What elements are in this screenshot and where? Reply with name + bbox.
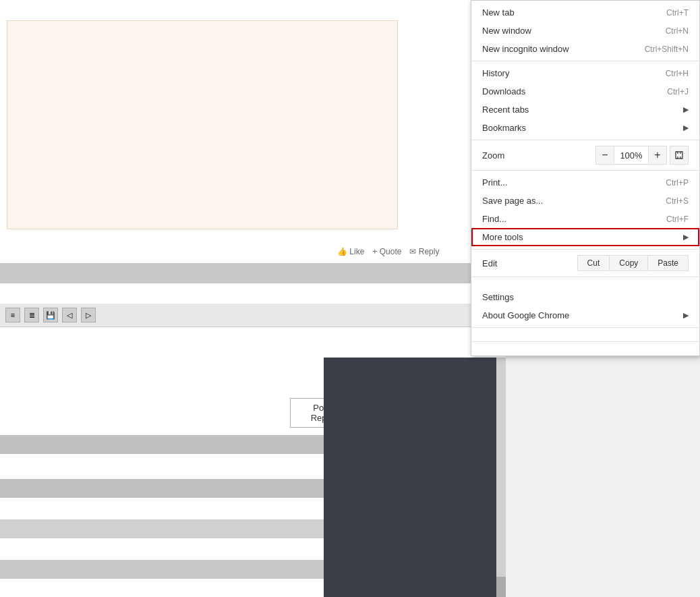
menu-item-save-page[interactable]: Save page as... Ctrl+S — [471, 192, 699, 210]
scrollbar[interactable] — [496, 358, 506, 597]
divider-1 — [471, 61, 699, 61]
menu-item-new-incognito[interactable]: New incognito window Ctrl+Shift+N — [471, 40, 699, 58]
separator-bar — [0, 263, 506, 283]
paste-button[interactable]: Paste — [648, 255, 689, 271]
menu-item-exit[interactable] — [471, 345, 699, 353]
menu-item-new-tab[interactable]: New tab Ctrl+T — [471, 3, 699, 22]
divider-2 — [471, 140, 699, 140]
undo-button[interactable]: ◁ — [62, 308, 77, 322]
menu-item-settings[interactable] — [471, 280, 699, 288]
divider-3 — [471, 170, 699, 171]
divider-6 — [471, 327, 699, 328]
menu-item-about-chrome[interactable]: Settings — [471, 288, 699, 306]
editor-toolbar: ≡ ≣ 💾 ◁ ▷ ✗ — [0, 304, 506, 327]
scrollbar-thumb[interactable] — [496, 577, 506, 597]
menu-item-downloads[interactable]: Downloads Ctrl+J — [471, 82, 699, 101]
post-actions: 👍 Like + Quote ✉ Reply — [0, 239, 472, 263]
svg-rect-0 — [676, 152, 682, 159]
reply-button[interactable]: ✉ Reply — [409, 247, 439, 256]
menu-item-more-tools[interactable]: More tools ▶ — [471, 228, 699, 246]
save-button[interactable]: 💾 — [43, 308, 58, 322]
divider-4 — [471, 249, 699, 250]
list-unordered-button[interactable]: ≡ — [5, 308, 20, 322]
zoom-minus-button[interactable]: − — [595, 146, 614, 165]
like-button[interactable]: 👍 Like — [337, 247, 364, 256]
menu-item-relaunch[interactable] — [471, 331, 699, 339]
menu-item-history[interactable]: History Ctrl+H — [471, 64, 699, 82]
zoom-value: 100% — [614, 146, 648, 165]
menu-item-new-window[interactable]: New window Ctrl+N — [471, 22, 699, 40]
right-panel — [324, 358, 506, 597]
copy-button[interactable]: Copy — [610, 255, 648, 271]
post-area — [7, 20, 398, 229]
page-content: 👍 Like + Quote ✉ Reply ≡ ≣ 💾 ◁ ▷ ✗ Post … — [0, 0, 506, 597]
cut-button[interactable]: Cut — [577, 255, 610, 271]
quote-button[interactable]: + Quote — [372, 247, 401, 256]
zoom-fullscreen-button[interactable] — [670, 146, 689, 165]
menu-item-recent-tabs[interactable]: Recent tabs ▶ — [471, 101, 699, 119]
zoom-plus-button[interactable]: + — [648, 146, 667, 165]
redo-button[interactable]: ▷ — [81, 308, 96, 322]
divider-7 — [471, 341, 699, 342]
menu-item-help[interactable]: About Google Chrome ▶ — [471, 306, 699, 324]
menu-item-find[interactable]: Find... Ctrl+F — [471, 210, 699, 228]
divider-5 — [471, 277, 699, 277]
list-ordered-button[interactable]: ≣ — [24, 308, 39, 322]
context-menu: New tab Ctrl+T New window Ctrl+N New inc… — [471, 0, 700, 356]
menu-item-print[interactable]: Print... Ctrl+P — [471, 173, 699, 192]
menu-item-bookmarks[interactable]: Bookmarks ▶ — [471, 119, 699, 137]
edit-row: Edit Cut Copy Paste — [471, 252, 699, 274]
zoom-row: Zoom − 100% + — [471, 143, 699, 167]
